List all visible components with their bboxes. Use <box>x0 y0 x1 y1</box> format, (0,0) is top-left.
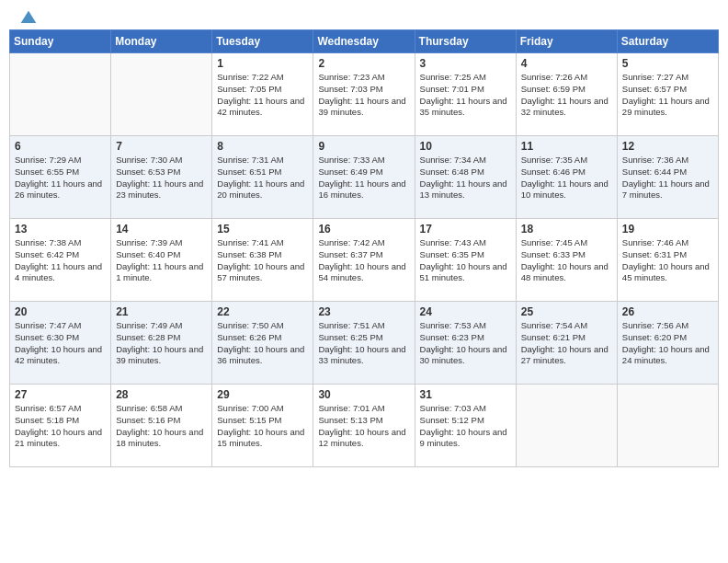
calendar-day-header: Friday <box>516 30 617 53</box>
calendar-cell: 25Sunrise: 7:54 AM Sunset: 6:21 PM Dayli… <box>516 302 617 385</box>
calendar-day-header: Thursday <box>415 30 516 53</box>
day-number: 23 <box>318 305 409 318</box>
cell-info: Sunrise: 7:00 AM Sunset: 5:15 PM Dayligh… <box>217 403 308 450</box>
day-number: 7 <box>116 140 207 153</box>
cell-info: Sunrise: 7:01 AM Sunset: 5:13 PM Dayligh… <box>318 403 409 450</box>
calendar-cell: 12Sunrise: 7:36 AM Sunset: 6:44 PM Dayli… <box>617 136 718 219</box>
day-number: 27 <box>15 388 106 401</box>
svg-marker-0 <box>21 11 37 23</box>
cell-info: Sunrise: 7:27 AM Sunset: 6:57 PM Dayligh… <box>622 72 713 119</box>
day-number: 11 <box>521 140 612 153</box>
calendar-cell: 10Sunrise: 7:34 AM Sunset: 6:48 PM Dayli… <box>415 136 516 219</box>
day-number: 14 <box>116 223 207 236</box>
day-number: 8 <box>217 140 308 153</box>
calendar-cell: 16Sunrise: 7:42 AM Sunset: 6:37 PM Dayli… <box>313 219 415 302</box>
day-number: 15 <box>217 223 308 236</box>
calendar-cell: 18Sunrise: 7:45 AM Sunset: 6:33 PM Dayli… <box>516 219 617 302</box>
day-number: 1 <box>217 57 308 70</box>
calendar-cell: 8Sunrise: 7:31 AM Sunset: 6:51 PM Daylig… <box>212 136 313 219</box>
day-number: 29 <box>217 388 308 401</box>
cell-info: Sunrise: 7:29 AM Sunset: 6:55 PM Dayligh… <box>15 155 106 201</box>
calendar-day-header: Sunday <box>10 30 111 53</box>
cell-info: Sunrise: 7:46 AM Sunset: 6:31 PM Dayligh… <box>622 237 713 284</box>
calendar-day-header: Saturday <box>617 30 718 53</box>
day-number: 6 <box>15 140 106 153</box>
day-number: 12 <box>622 140 713 153</box>
cell-info: Sunrise: 6:57 AM Sunset: 5:18 PM Dayligh… <box>15 403 106 450</box>
day-number: 22 <box>217 305 308 318</box>
calendar-cell: 30Sunrise: 7:01 AM Sunset: 5:13 PM Dayli… <box>313 385 415 467</box>
logo-icon <box>19 9 38 28</box>
day-number: 18 <box>521 223 612 236</box>
calendar-cell <box>617 385 718 467</box>
day-number: 2 <box>318 57 409 70</box>
cell-info: Sunrise: 7:33 AM Sunset: 6:49 PM Dayligh… <box>318 155 409 201</box>
calendar-cell: 26Sunrise: 7:56 AM Sunset: 6:20 PM Dayli… <box>617 302 718 385</box>
calendar-cell: 20Sunrise: 7:47 AM Sunset: 6:30 PM Dayli… <box>10 302 111 385</box>
cell-info: Sunrise: 7:22 AM Sunset: 7:05 PM Dayligh… <box>217 72 308 119</box>
day-number: 4 <box>521 57 612 70</box>
calendar-cell: 31Sunrise: 7:03 AM Sunset: 5:12 PM Dayli… <box>415 385 516 467</box>
day-number: 31 <box>420 388 511 401</box>
cell-info: Sunrise: 7:49 AM Sunset: 6:28 PM Dayligh… <box>116 320 207 367</box>
calendar-cell: 28Sunrise: 6:58 AM Sunset: 5:16 PM Dayli… <box>111 385 212 467</box>
day-number: 30 <box>318 388 409 401</box>
calendar-cell: 15Sunrise: 7:41 AM Sunset: 6:38 PM Dayli… <box>212 219 313 302</box>
day-number: 9 <box>318 140 409 153</box>
day-number: 24 <box>420 305 511 318</box>
calendar-cell: 13Sunrise: 7:38 AM Sunset: 6:42 PM Dayli… <box>10 219 111 302</box>
calendar-cell: 17Sunrise: 7:43 AM Sunset: 6:35 PM Dayli… <box>415 219 516 302</box>
cell-info: Sunrise: 7:34 AM Sunset: 6:48 PM Dayligh… <box>420 155 511 201</box>
calendar-cell: 1Sunrise: 7:22 AM Sunset: 7:05 PM Daylig… <box>212 53 313 136</box>
calendar-week-row: 20Sunrise: 7:47 AM Sunset: 6:30 PM Dayli… <box>10 302 719 385</box>
calendar-cell: 27Sunrise: 6:57 AM Sunset: 5:18 PM Dayli… <box>10 385 111 467</box>
calendar-cell: 19Sunrise: 7:46 AM Sunset: 6:31 PM Dayli… <box>617 219 718 302</box>
header <box>9 9 719 26</box>
day-number: 10 <box>420 140 511 153</box>
calendar-cell <box>10 53 111 136</box>
calendar-day-header: Monday <box>111 30 212 53</box>
day-number: 25 <box>521 305 612 318</box>
calendar-day-header: Tuesday <box>212 30 313 53</box>
cell-info: Sunrise: 6:58 AM Sunset: 5:16 PM Dayligh… <box>116 403 207 450</box>
calendar-cell: 29Sunrise: 7:00 AM Sunset: 5:15 PM Dayli… <box>212 385 313 467</box>
calendar-table: SundayMondayTuesdayWednesdayThursdayFrid… <box>9 29 719 467</box>
calendar-cell: 14Sunrise: 7:39 AM Sunset: 6:40 PM Dayli… <box>111 219 212 302</box>
calendar-week-row: 27Sunrise: 6:57 AM Sunset: 5:18 PM Dayli… <box>10 385 719 467</box>
cell-info: Sunrise: 7:30 AM Sunset: 6:53 PM Dayligh… <box>116 155 207 201</box>
cell-info: Sunrise: 7:36 AM Sunset: 6:44 PM Dayligh… <box>622 155 713 201</box>
day-number: 19 <box>622 223 713 236</box>
day-number: 20 <box>15 305 106 318</box>
logo <box>18 17 38 20</box>
calendar-header-row: SundayMondayTuesdayWednesdayThursdayFrid… <box>10 30 719 53</box>
cell-info: Sunrise: 7:45 AM Sunset: 6:33 PM Dayligh… <box>521 237 612 284</box>
day-number: 5 <box>622 57 713 70</box>
cell-info: Sunrise: 7:38 AM Sunset: 6:42 PM Dayligh… <box>15 237 106 284</box>
calendar-week-row: 6Sunrise: 7:29 AM Sunset: 6:55 PM Daylig… <box>10 136 719 219</box>
calendar-cell: 11Sunrise: 7:35 AM Sunset: 6:46 PM Dayli… <box>516 136 617 219</box>
cell-info: Sunrise: 7:51 AM Sunset: 6:25 PM Dayligh… <box>318 320 409 367</box>
day-number: 26 <box>622 305 713 318</box>
day-number: 17 <box>420 223 511 236</box>
day-number: 28 <box>116 388 207 401</box>
cell-info: Sunrise: 7:43 AM Sunset: 6:35 PM Dayligh… <box>420 237 511 284</box>
cell-info: Sunrise: 7:31 AM Sunset: 6:51 PM Dayligh… <box>217 155 308 201</box>
calendar-cell: 5Sunrise: 7:27 AM Sunset: 6:57 PM Daylig… <box>617 53 718 136</box>
calendar-cell: 23Sunrise: 7:51 AM Sunset: 6:25 PM Dayli… <box>313 302 415 385</box>
calendar-cell: 7Sunrise: 7:30 AM Sunset: 6:53 PM Daylig… <box>111 136 212 219</box>
calendar-week-row: 1Sunrise: 7:22 AM Sunset: 7:05 PM Daylig… <box>10 53 719 136</box>
cell-info: Sunrise: 7:41 AM Sunset: 6:38 PM Dayligh… <box>217 237 308 284</box>
calendar-cell: 6Sunrise: 7:29 AM Sunset: 6:55 PM Daylig… <box>10 136 111 219</box>
day-number: 21 <box>116 305 207 318</box>
cell-info: Sunrise: 7:35 AM Sunset: 6:46 PM Dayligh… <box>521 155 612 201</box>
calendar-day-header: Wednesday <box>313 30 415 53</box>
day-number: 13 <box>15 223 106 236</box>
cell-info: Sunrise: 7:50 AM Sunset: 6:26 PM Dayligh… <box>217 320 308 367</box>
calendar-cell: 24Sunrise: 7:53 AM Sunset: 6:23 PM Dayli… <box>415 302 516 385</box>
day-number: 16 <box>318 223 409 236</box>
calendar-week-row: 13Sunrise: 7:38 AM Sunset: 6:42 PM Dayli… <box>10 219 719 302</box>
cell-info: Sunrise: 7:42 AM Sunset: 6:37 PM Dayligh… <box>318 237 409 284</box>
day-number: 3 <box>420 57 511 70</box>
calendar-cell: 2Sunrise: 7:23 AM Sunset: 7:03 PM Daylig… <box>313 53 415 136</box>
cell-info: Sunrise: 7:56 AM Sunset: 6:20 PM Dayligh… <box>622 320 713 367</box>
